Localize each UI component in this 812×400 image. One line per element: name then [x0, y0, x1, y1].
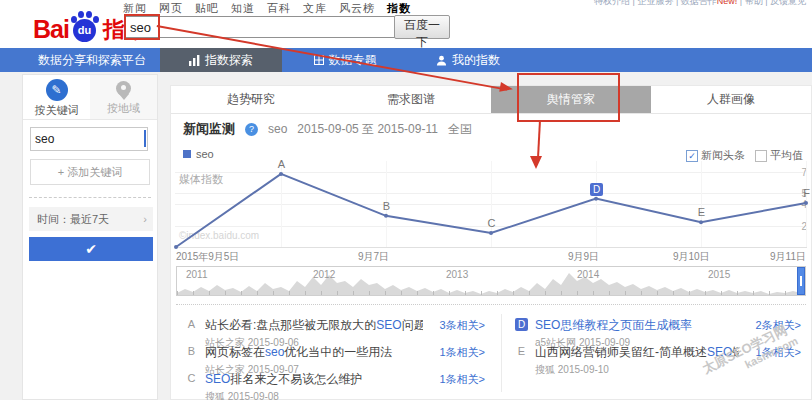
baidu-product-nav: 新闻 网页 贴吧 知道 百科 文库 风云榜 指数: [123, 1, 411, 16]
time-filter[interactable]: 时间：最近7天›: [29, 207, 153, 231]
sidebar-tab-label: 按关键词: [35, 104, 79, 116]
nav-link-zhidao[interactable]: 知道: [231, 1, 255, 16]
main-navbar: 数据分享和探索平台 指数探索 数据专题 我的指数: [0, 48, 812, 72]
timeline-year: 2015: [708, 269, 730, 280]
nav-link-web[interactable]: 网页: [159, 1, 183, 16]
chart-point-b[interactable]: B: [380, 200, 393, 212]
navbar-item-label: 我的指数: [452, 52, 500, 69]
news-marker-a: A: [185, 318, 198, 330]
time-filter-label: 时间：最近7天: [37, 213, 109, 225]
x-axis-tick: 2015年9月5日: [176, 250, 239, 264]
user-links-clipped[interactable]: 特权介绍 | 企业服务 | 数据合作New! | 帮助 | 反馈意见: [594, 0, 806, 6]
related-count-link[interactable]: 1条相关>: [439, 372, 485, 387]
trend-line[interactable]: [176, 174, 806, 247]
baidu-index-page: 新闻 网页 贴吧 知道 百科 文库 风云榜 指数 特权介绍 | 企业服务 | 数…: [0, 0, 812, 400]
news-title-link[interactable]: 网页标签在seo优化当中的一些用法: [205, 344, 423, 361]
add-keyword-button[interactable]: + 添加关键词: [30, 159, 150, 185]
baidu-paw-icon: du: [70, 10, 100, 42]
chart-point-f[interactable]: F: [800, 187, 812, 199]
chart-point-a[interactable]: A: [275, 158, 288, 170]
annotation-arrowhead-1: [499, 82, 514, 94]
timeline-scrubber[interactable]: 2011 2012 2013 2014 2015: [176, 266, 806, 296]
navbar-item-index-explore[interactable]: 指数探索: [160, 48, 282, 72]
divider: [176, 304, 806, 305]
news-title-link[interactable]: SEO思维教程之页面生成概率: [535, 317, 739, 334]
chart-point-d[interactable]: D: [590, 183, 603, 196]
related-count-link[interactable]: 3条相关>: [439, 318, 485, 333]
news-marker-c: C: [185, 372, 198, 384]
news-item-c: C SEO排名来之不易该怎么维护 1条相关> 搜狐 2015-09-08: [185, 371, 485, 400]
news-marker-e: E: [515, 345, 528, 357]
news-source: 搜狐 2015-09-08: [205, 390, 485, 400]
navbar-item-my-index[interactable]: 我的指数: [418, 48, 518, 72]
timeline-year: 2011: [186, 269, 208, 280]
chevron-right-icon: ›: [143, 207, 147, 231]
platform-title: 数据分享和探索平台: [38, 48, 146, 72]
confirm-button[interactable]: ✔: [29, 237, 153, 261]
x-axis-tick: 9月10日: [673, 250, 710, 264]
trend-markers: [174, 172, 808, 249]
trend-line-chart: [171, 156, 811, 251]
sidebar-tab-keyword[interactable]: ✎ 按关键词: [23, 75, 90, 119]
baidu-search-button[interactable]: 百度一下: [394, 15, 450, 39]
news-title-link[interactable]: SEO排名来之不易该怎么维护: [205, 371, 423, 388]
x-axis-tick: 9月7日: [358, 250, 389, 264]
timeline-year: 2014: [577, 269, 599, 280]
chart-point-c[interactable]: C: [485, 217, 498, 229]
nav-link-baike[interactable]: 百科: [267, 1, 291, 16]
person-icon: [436, 55, 447, 66]
news-marker-b: B: [185, 345, 198, 357]
x-axis-tick: 9月11日: [770, 250, 806, 264]
main-panel: 趋势研究 需求图谱 舆情管家 人群画像 新闻监测 ? seo 2015-09-0…: [170, 85, 812, 400]
timeline-drag-handle[interactable]: [797, 267, 805, 295]
nav-link-index[interactable]: 指数: [387, 1, 411, 16]
navbar-item-label: 指数探索: [205, 52, 253, 69]
sidebar-tab-region[interactable]: 按地域: [90, 75, 157, 119]
annotation-arrowhead-2: [530, 156, 542, 169]
logo-text-bai: Bai: [33, 16, 69, 42]
location-pin-icon: [116, 81, 131, 96]
x-axis-tick: 9月9日: [568, 250, 599, 264]
chart-point-e[interactable]: E: [695, 206, 708, 218]
nav-link-tieba[interactable]: 贴吧: [195, 1, 219, 16]
pencil-icon: ✎: [46, 79, 68, 101]
timeline-year: 2013: [446, 269, 468, 280]
annotation-rect-tab: [517, 73, 620, 122]
column-divider: [501, 314, 502, 392]
timeline-ticks: [177, 291, 805, 295]
nav-link-wenku[interactable]: 文库: [303, 1, 327, 16]
input-caret: [144, 130, 146, 147]
news-title-link[interactable]: 站长必看:盘点那些被无限放大的SEO问题: [205, 317, 423, 334]
related-count-link[interactable]: 1条相关>: [439, 345, 485, 360]
sidebar-tabs: ✎ 按关键词 按地域: [23, 75, 157, 120]
annotation-rect-search: [124, 14, 160, 40]
news-marker-d: D: [515, 318, 528, 331]
nav-link-fengyunbang[interactable]: 风云榜: [339, 1, 375, 16]
timeline-year: 2012: [313, 269, 335, 280]
bar-chart-icon: [189, 55, 200, 66]
divider: [29, 197, 151, 198]
sidebar-tab-label: 按地域: [107, 102, 140, 114]
sidebar-panel: ✎ 按关键词 按地域 + 添加关键词 时间：最近7天› ✔: [22, 74, 158, 400]
keyword-input[interactable]: [30, 127, 148, 151]
